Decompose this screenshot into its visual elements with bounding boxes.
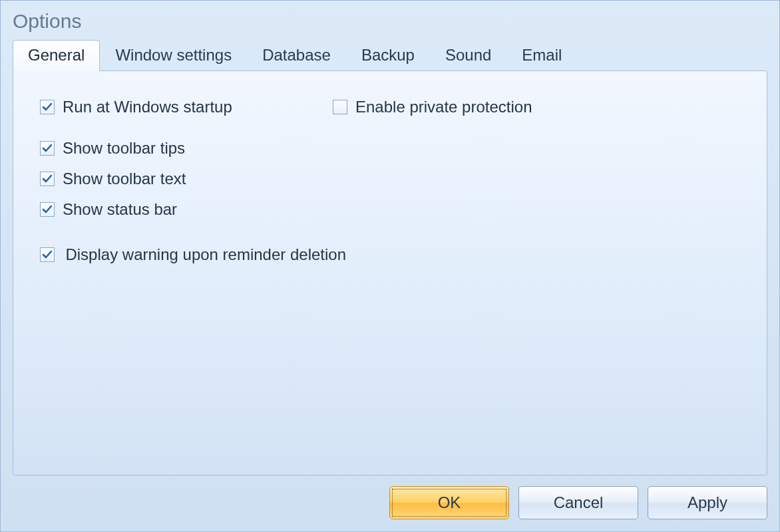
check-icon: [42, 102, 53, 112]
label-warn-delete[interactable]: Display warning upon reminder deletion: [65, 245, 346, 263]
label-toolbar-tips[interactable]: Show toolbar tips: [63, 139, 185, 158]
checkbox-toolbar-text[interactable]: [40, 172, 55, 186]
check-icon: [42, 249, 53, 260]
check-icon: [42, 204, 53, 215]
tab-database[interactable]: Database: [247, 40, 346, 71]
tab-strip: General Window settings Database Backup …: [1, 39, 779, 70]
tab-panel-general: Run at Windows startup Enable private pr…: [13, 70, 767, 475]
tab-window-settings[interactable]: Window settings: [100, 40, 247, 71]
dialog-button-bar: OK Cancel Apply: [1, 486, 779, 531]
check-icon: [42, 174, 53, 184]
cancel-button[interactable]: Cancel: [518, 486, 638, 519]
label-toolbar-text[interactable]: Show toolbar text: [63, 170, 186, 188]
checkbox-toolbar-tips[interactable]: [40, 141, 55, 156]
ok-button[interactable]: OK: [389, 486, 509, 519]
apply-button[interactable]: Apply: [648, 486, 767, 519]
checkbox-warn-delete[interactable]: [40, 247, 55, 262]
checkbox-run-startup[interactable]: [40, 100, 55, 114]
label-run-startup[interactable]: Run at Windows startup: [63, 98, 232, 116]
tab-general[interactable]: General: [13, 40, 100, 71]
tab-email[interactable]: Email: [506, 40, 577, 71]
check-icon: [42, 143, 53, 154]
label-private-protection[interactable]: Enable private protection: [355, 98, 532, 116]
label-status-bar[interactable]: Show status bar: [63, 200, 177, 219]
dialog-title: Options: [1, 1, 779, 39]
options-dialog: Options General Window settings Database…: [0, 0, 780, 532]
checkbox-private-protection[interactable]: [333, 100, 347, 114]
tab-sound[interactable]: Sound: [430, 40, 506, 71]
tab-backup[interactable]: Backup: [346, 40, 430, 71]
checkbox-status-bar[interactable]: [40, 202, 55, 217]
